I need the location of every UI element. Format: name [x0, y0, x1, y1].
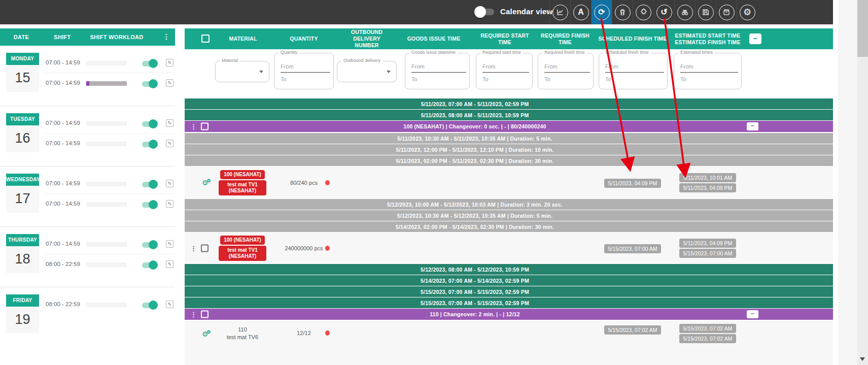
day-name-badge: MONDAY: [6, 53, 39, 65]
downtime-row: 5/11/2023, 12:00 PM - 5/11/2023, 12:10 P…: [185, 144, 833, 155]
settings-icon: ⚙: [740, 5, 755, 20]
delete-button[interactable]: [612, 0, 633, 24]
row-menu-icon[interactable]: ⋮: [190, 244, 197, 252]
filter-from-input[interactable]: From: [411, 63, 425, 70]
filter-from-input[interactable]: From: [605, 63, 618, 70]
filter-from-input[interactable]: From: [482, 63, 496, 70]
column-header-scheduled-finish-time[interactable]: SCHEDULED FINISH TIME: [595, 28, 671, 49]
shift-enabled-toggle[interactable]: [142, 303, 156, 308]
calendar-view-toggle[interactable]: [476, 9, 494, 15]
material-cell[interactable]: 100 (NESAHAT)test mat TV1 (NESAHAT): [218, 169, 267, 196]
day-block: MONDAY1507:00 - 14:59✎07:00 - 14:59✎: [0, 46, 175, 106]
edit-shift-icon[interactable]: ✎: [166, 301, 173, 308]
shift-row: 5/15/2023, 07:00 AM - 5/15/2023, 02:59 P…: [185, 297, 833, 308]
shift-enabled-toggle[interactable]: [142, 61, 156, 67]
shift-row: 07:00 - 14:59✎: [45, 134, 175, 154]
find-button[interactable]: [674, 0, 695, 24]
edit-shift-icon[interactable]: ✎: [166, 140, 173, 147]
vertical-scrollbar[interactable]: [857, 0, 868, 365]
downtime-row: 5/12/2023, 10:00 AM - 5/12/2023, 10:03 A…: [185, 199, 833, 210]
auto-plan-button[interactable]: A: [570, 0, 591, 24]
day-block: FRIDAY1908:00 - 22:59✎: [0, 287, 175, 348]
column-header-outbound-delivery-number[interactable]: OUTBOUND DELIVERYNUMBER: [340, 28, 394, 49]
scheduled-finish-cell: 5/15/2023, 07:00 AM: [595, 244, 671, 254]
shift-enabled-toggle[interactable]: [142, 142, 156, 147]
edit-shift-icon[interactable]: ✎: [166, 260, 173, 268]
shift-enabled-toggle[interactable]: [142, 81, 156, 87]
undo-button[interactable]: ↺: [653, 0, 674, 24]
input-underline: [411, 72, 466, 73]
shift-row: 5/11/2023, 08:00 AM - 5/11/2023, 10:59 P…: [185, 110, 833, 120]
filter-from-input[interactable]: From: [281, 63, 294, 70]
material-badge[interactable]: test mat TV1 (NESAHAT): [219, 246, 266, 261]
material-badge[interactable]: 100 (NESAHAT): [220, 236, 265, 245]
row-text: 5/11/2023, 08:00 AM - 5/11/2023, 10:59 P…: [185, 110, 765, 120]
sidebar-menu-icon[interactable]: ⋮: [163, 32, 170, 41]
dropdown-caret-icon[interactable]: [259, 71, 263, 73]
shift-enabled-toggle[interactable]: [142, 262, 156, 268]
filter-material: Material: [215, 61, 269, 82]
row-text: 5/12/2023, 10:30 AM - 5/12/2023, 10:35 A…: [185, 210, 765, 221]
edit-shift-icon[interactable]: ✎: [166, 119, 173, 127]
shift-row: 07:00 - 14:59✎: [45, 194, 175, 214]
row-text: 5/11/2023, 02:00 PM - 5/11/2023, 02:30 P…: [185, 155, 765, 166]
collapse-group-button[interactable]: −: [747, 122, 758, 130]
topbar: Calendar view A⟳↺⚙: [0, 0, 833, 24]
settings-button[interactable]: ⚙: [737, 0, 757, 24]
select-all-checkbox[interactable]: [201, 35, 210, 43]
column-header-required-start-time[interactable]: REQUIRED STARTTIME: [474, 28, 536, 49]
day-block: WEDNESDAY1707:00 - 14:59✎07:00 - 14:59✎: [0, 167, 175, 227]
filter-label: Estimated times: [678, 50, 715, 55]
scrollbar-down-arrow-icon[interactable]: [860, 357, 865, 361]
column-header-goods-issue-time[interactable]: GOODS ISSUE TIME: [394, 28, 474, 49]
edit-shift-icon[interactable]: ✎: [166, 59, 173, 67]
row-text: 5/11/2023, 10:30 AM - 5/11/2023, 10:35 A…: [185, 133, 765, 144]
filter-label: Outbound delivery: [341, 58, 383, 63]
column-header-estimated-times[interactable]: ESTIMATED START TIMEESTIMATED FINISH TIM…: [671, 28, 745, 49]
row-text: 5/11/2023, 07:00 AM - 5/11/2023, 02:59 P…: [185, 98, 765, 109]
shift-enabled-toggle[interactable]: [142, 202, 156, 208]
filter-to-input[interactable]: To: [482, 76, 489, 82]
material-cell[interactable]: 100 (NESAHAT)test mat TV1 (NESAHAT): [218, 235, 267, 261]
estimated-times-cell: 5/11/2023, 04:09 PM5/15/2023, 07:00 AM: [671, 238, 745, 258]
filter-label: Quantity: [279, 50, 300, 55]
filter-to-input[interactable]: To: [605, 76, 611, 82]
chart-button[interactable]: [549, 0, 570, 24]
filter-to-input[interactable]: To: [281, 76, 287, 82]
shift-time: 07:00 - 14:59: [46, 180, 80, 186]
edit-shift-icon[interactable]: ✎: [166, 240, 173, 248]
column-header-material[interactable]: MATERIAL: [218, 28, 268, 49]
filter-to-input[interactable]: To: [544, 76, 550, 82]
shift-sidebar: DATE SHIFT SHIFT WORKLOAD ⋮ MONDAY1507:0…: [0, 28, 175, 348]
material-badge[interactable]: test mat TV1 (NESAHAT): [219, 180, 266, 195]
row-checkbox[interactable]: [201, 244, 209, 252]
save-button[interactable]: [695, 0, 716, 24]
edit-shift-icon[interactable]: ✎: [166, 180, 173, 187]
row-text: 5/11/2023, 12:00 PM - 5/11/2023, 12:10 P…: [185, 144, 765, 155]
dropdown-caret-icon[interactable]: [387, 71, 391, 73]
filter-row: MaterialQuantityFromToOutbound deliveryG…: [185, 49, 833, 98]
edit-shift-icon[interactable]: ✎: [166, 79, 173, 87]
plugins-button[interactable]: [633, 0, 653, 24]
shift-workload-bar: [86, 142, 127, 146]
material-cell[interactable]: 110test mat TV6: [218, 326, 267, 341]
calendar-view-label: Calendar view: [500, 7, 552, 16]
collapse-group-button[interactable]: −: [747, 310, 758, 318]
shift-time: 07:00 - 14:59: [46, 59, 80, 65]
material-badge[interactable]: 100 (NESAHAT): [220, 170, 265, 179]
column-header-quantity[interactable]: QUANTITY: [268, 28, 340, 49]
column-header-required-finish-time[interactable]: REQUIRED FINISHTIME: [536, 28, 595, 49]
day-number: 17: [6, 191, 39, 207]
scrollbar-thumb[interactable]: [857, 0, 868, 57]
filter-from-input[interactable]: From: [544, 63, 558, 70]
filter-from-input[interactable]: From: [680, 63, 693, 70]
filter-to-input[interactable]: To: [680, 76, 686, 82]
collapse-all-button[interactable]: −: [749, 34, 761, 44]
shift-enabled-toggle[interactable]: [142, 121, 156, 127]
archive-button[interactable]: [716, 0, 737, 24]
shift-enabled-toggle[interactable]: [142, 242, 156, 248]
edit-shift-icon[interactable]: ✎: [166, 200, 173, 208]
refresh-button[interactable]: ⟳: [591, 0, 612, 24]
filter-to-input[interactable]: To: [411, 76, 418, 82]
shift-enabled-toggle[interactable]: [142, 182, 156, 187]
